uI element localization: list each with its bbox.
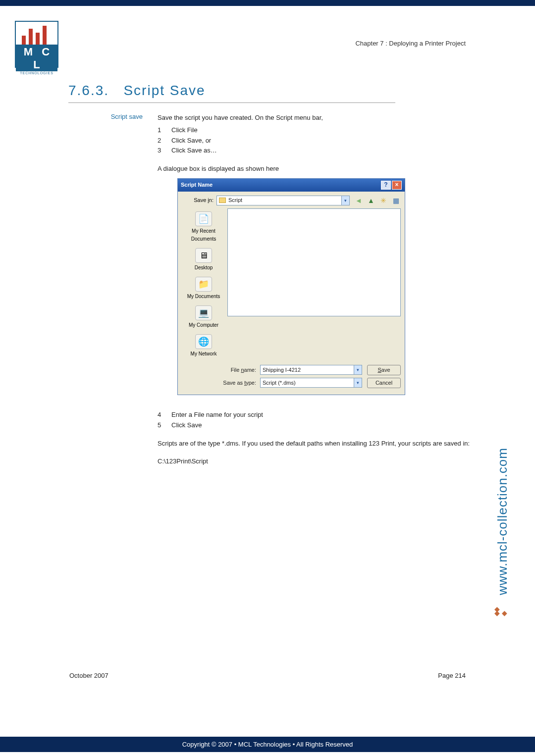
save-type-combo[interactable]: Script (*.dms) ▾ [260,378,362,388]
side-url: www.mcl-collection.com [495,448,510,595]
section-title: 7.6.3. Script Save [68,83,471,99]
place-recent[interactable]: 📄My Recent Documents [182,211,225,243]
dialog-note: A dialogue box is displayed as shown her… [158,164,471,174]
margin-label: Script save [68,113,158,467]
dialog-titlebar: Script Name ? × [178,179,405,192]
footer-meta: October 2007 Page 214 [69,672,466,679]
save-in-label: Save in: [182,196,216,205]
folder-icon [219,198,226,203]
file-name-label: File name: [182,366,260,375]
back-icon[interactable]: ◄ [354,196,364,205]
intro-line: Save the script you have created. On the… [158,113,471,123]
steps-list-1: 1Click File 2Click Save, or 3Click Save … [158,125,471,156]
file-list-area[interactable] [227,208,401,316]
body-text: Save the script you have created. On the… [158,113,471,467]
dialog-toolbar: ◄ ▲ ✳ ▦ [354,196,401,205]
path-note: Scripts are of the type *.dms. If you us… [158,439,471,449]
help-icon[interactable]: ? [381,181,391,190]
save-in-combo[interactable]: Script ▾ [216,196,350,205]
section-number: 7.6.3. [68,83,109,98]
up-icon[interactable]: ▲ [366,196,376,205]
place-desktop[interactable]: 🖥Desktop [195,248,213,272]
save-button[interactable]: Save [367,365,401,375]
dialog-title: Script Name [181,181,380,190]
views-icon[interactable]: ▦ [391,196,401,205]
logo-initials: M C L [16,45,57,71]
chapter-heading: Chapter 7 : Deploying a Printer Project [355,40,466,47]
cancel-button[interactable]: Cancel [367,378,401,388]
top-accent-bar [0,0,535,6]
logo-subtext: TECHNOLOGIES [16,71,57,75]
save-in-value: Script [228,196,242,205]
places-bar: 📄My Recent Documents 🖥Desktop 📁My Docume… [182,208,225,361]
page: M C L TECHNOLOGIES Chapter 7 : Deploying… [0,6,535,709]
side-dots-icon: ◆◆ ◆ [494,607,507,615]
place-mycomputer[interactable]: 💻My Computer [189,305,218,329]
file-name-input[interactable]: Shipping I-4212 ▾ [260,365,362,375]
copyright-bar: Copyright © 2007 • MCL Technologies • Al… [0,737,535,752]
chevron-down-icon[interactable]: ▾ [354,365,362,374]
place-mynetwork[interactable]: 🌐My Network [191,334,217,358]
footer-page: Page 214 [438,672,466,679]
chevron-down-icon[interactable]: ▾ [354,378,362,387]
save-type-label: Save as type: [182,379,260,388]
chevron-down-icon[interactable]: ▾ [341,196,349,205]
section-divider [68,102,395,103]
new-folder-icon[interactable]: ✳ [378,196,388,205]
footer-date: October 2007 [69,672,108,679]
steps-list-2: 4Enter a File name for your script 5Clic… [158,410,471,431]
code-path: C:\123Print\Script [158,456,471,467]
mcl-logo: M C L TECHNOLOGIES [15,21,58,68]
section-name: Script Save [123,83,205,98]
close-icon[interactable]: × [392,181,402,190]
save-dialog: Script Name ? × Save in: Script ▾ [177,178,405,395]
place-mydocs[interactable]: 📁My Documents [187,277,220,301]
